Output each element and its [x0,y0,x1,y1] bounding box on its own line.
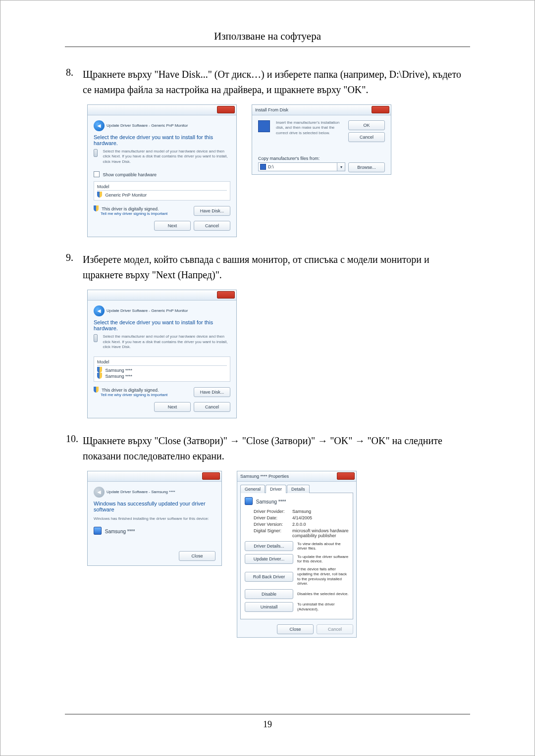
uninstall-button[interactable]: Uninstall [245,602,293,612]
disk-icon [94,149,98,157]
chevron-down-icon[interactable]: ▾ [337,163,345,171]
window-titlebar [88,290,236,301]
signed-shield-icon [94,387,99,393]
breadcrumb-text: Update Driver Software - Generic PnP Mon… [107,308,188,313]
model-item-1[interactable]: Samsung **** [97,367,227,373]
window-titlebar: Install From Disk [252,105,391,115]
tabs: General Driver Details [240,485,353,493]
signing-link[interactable]: Tell me why driver signing is important [101,211,167,216]
copy-from-label: Copy manufacturer's files from: [258,156,385,161]
step-9-screenshots: ◄ Update Driver Software - Generic PnP M… [87,290,470,418]
monitor-icon [94,527,102,535]
version-label: Driver Version: [254,522,292,527]
breadcrumb-text: Update Driver Software - Samsung **** [107,490,175,495]
rollback-desc: If the device fails after updating the d… [297,567,349,586]
signed-text: This driver is digitally signed. [102,388,159,393]
close-icon[interactable] [217,106,235,113]
version-value: 2.0.0.0 [292,522,349,527]
model-item-label: Samsung **** [106,374,133,379]
device-name: Samsung **** [105,529,135,534]
browse-button[interactable]: Browse... [348,162,385,172]
cancel-button[interactable]: Cancel [194,402,230,412]
driver-details-desc: To view details about the driver files. [297,542,349,551]
model-item-2[interactable]: Samsung **** [97,373,227,379]
model-list: Model Generic PnP Monitor [94,181,230,201]
wizard-desc: Select the manufacturer and model of you… [103,334,230,350]
success-desc: Windows has finished installing the driv… [94,516,215,521]
window-title-text: Samsung **** Properties [240,474,289,479]
back-icon[interactable]: ◄ [94,305,105,316]
wizard-heading: Select the device driver you want to ins… [94,134,230,146]
have-disk-button[interactable]: Have Disk... [194,206,230,216]
date-label: Driver Date: [254,515,292,520]
tab-driver[interactable]: Driver [266,485,286,493]
next-button[interactable]: Next [154,402,191,412]
install-desc: Insert the manufacturer's installation d… [276,120,344,142]
update-driver-window: ◄ Update Driver Software - Generic PnP M… [87,104,237,237]
window-titlebar: Samsung **** Properties [237,471,356,482]
back-icon-disabled: ◄ [94,487,105,498]
step-10-number: 10. [65,433,83,464]
disable-desc: Disables the selected device. [297,592,349,597]
breadcrumb-text: Update Driver Software - Generic PnP Mon… [107,123,188,128]
cancel-button: Cancel [317,624,353,634]
page-title: Използване на софтуера [65,30,470,43]
update-driver-desc: To update the driver software for this d… [297,554,349,564]
step-8-text: Щракнете върху "Have Disk..." (От диск…)… [83,67,470,98]
close-icon[interactable] [202,472,220,480]
path-dropdown[interactable]: D:\ ▾ [258,162,345,171]
disable-button[interactable]: Disable [245,589,293,599]
install-from-disk-window: Install From Disk Insert the manufacture… [252,104,391,175]
path-value: D:\ [268,164,274,169]
model-item[interactable]: Generic PnP Monitor [97,192,227,198]
select-model-window: ◄ Update Driver Software - Generic PnP M… [87,290,237,418]
page-number: 19 [65,719,470,730]
tab-details[interactable]: Details [287,485,310,493]
signed-shield-icon [94,205,99,211]
model-list: Model Samsung **** Samsung **** [94,356,230,382]
driver-details-button[interactable]: Driver Details... [245,541,293,551]
have-disk-button[interactable]: Have Disk... [194,387,230,397]
header-rule [65,47,470,47]
step-9-text: Изберете модел, който съвпада с вашия мо… [83,252,470,283]
step-8: 8. Щракнете върху "Have Disk..." (От дис… [65,67,470,98]
footer-rule [65,714,470,714]
wizard-desc: Select the manufacturer and model of you… [103,149,230,164]
update-driver-button[interactable]: Update Driver... [245,554,293,564]
monitor-icon [245,497,253,505]
close-button[interactable]: Close [277,624,314,634]
window-title-text: Install From Disk [255,107,288,112]
success-heading: Windows has successfully updated your dr… [94,501,215,512]
drive-icon [260,164,266,170]
provider-value: Samsung [292,509,349,514]
disk-icon [94,334,98,342]
close-icon[interactable] [217,291,235,299]
step-9: 9. Изберете модел, който съвпада с вашия… [65,252,470,283]
window-titlebar [88,471,221,482]
success-window: ◄ Update Driver Software - Samsung **** … [87,471,222,566]
close-icon[interactable] [372,106,389,113]
close-button[interactable]: Close [179,551,215,561]
signer-value: microsoft windows hardware compatibility… [292,528,349,538]
rollback-button[interactable]: Roll Back Driver [245,572,293,582]
shield-icon [97,192,102,198]
cancel-button[interactable]: Cancel [194,221,230,231]
signed-text: This driver is digitally signed. [102,206,159,211]
step-8-screenshots: ◄ Update Driver Software - Generic PnP M… [87,104,470,237]
compatible-checkbox[interactable] [94,171,100,177]
tab-general[interactable]: General [240,485,265,493]
next-button[interactable]: Next [154,221,191,231]
wizard-heading: Select the device driver you want to ins… [94,319,230,331]
model-header: Model [97,184,227,191]
provider-label: Driver Provider: [254,509,292,514]
compatible-label: Show compatible hardware [103,172,157,177]
signing-link[interactable]: Tell me why driver signing is important [101,393,167,397]
close-icon[interactable] [337,472,355,480]
step-9-number: 9. [65,252,83,283]
back-icon[interactable]: ◄ [94,120,105,131]
ok-button[interactable]: OK [348,120,385,130]
device-name: Samsung **** [256,499,286,504]
cancel-button[interactable]: Cancel [348,132,385,142]
model-item-label: Samsung **** [106,368,133,373]
signer-label: Digital Signer: [254,528,292,538]
